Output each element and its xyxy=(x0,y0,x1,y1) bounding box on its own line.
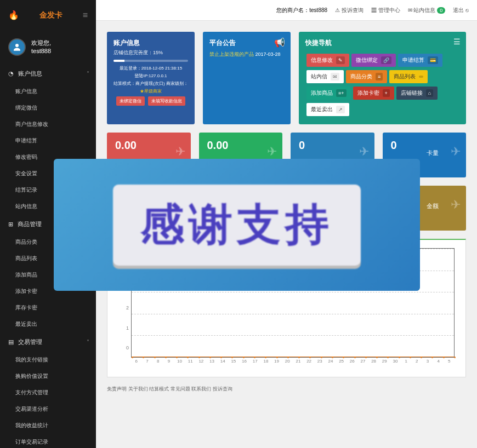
footer-links: 免责声明 关于我们 结算模式 常见问题 联系我们 投诉查询 xyxy=(107,386,466,393)
x-tick: 9 xyxy=(163,359,174,369)
x-tick: 1 xyxy=(401,359,412,369)
footer-link[interactable]: 投诉查询 xyxy=(213,386,232,392)
nav-item[interactable]: 申请结算 xyxy=(0,133,96,149)
quick-icon: ✉ xyxy=(331,73,339,81)
welcome-text: 欢迎您, xyxy=(31,39,51,47)
announce-item[interactable]: 禁止上架违规的产品 2017-03-28 xyxy=(209,51,284,58)
nav-item[interactable]: 支付方式管理 xyxy=(0,384,96,401)
fill-payment-btn[interactable]: 未填写收款信息 xyxy=(148,96,185,106)
nav-section[interactable]: ◔账户信息˅ xyxy=(0,64,96,83)
last-login: 最近登录：2018-12-05 21:38:15 xyxy=(113,65,188,71)
nav-item[interactable]: 绑定微信 xyxy=(0,100,96,116)
complaint-link[interactable]: ⚠ 投诉查询 xyxy=(335,7,364,14)
nav-item[interactable]: 最近卖出 xyxy=(0,316,96,332)
chevron-icon: ˅ xyxy=(87,71,89,77)
quick-btn[interactable]: 申请结算💳 xyxy=(398,54,442,67)
grid-icon: ⊞ xyxy=(8,221,13,228)
footer-link[interactable]: 联系我们 xyxy=(191,386,211,392)
nav-section[interactable]: ▤交易管理˅ xyxy=(0,332,96,352)
announce-title: 平台公告 xyxy=(209,38,284,48)
plane-icon: ✈ xyxy=(451,145,461,159)
merchant-level: ★星级商家 xyxy=(113,88,188,94)
merchant-label: 您的商户名：test888 xyxy=(276,7,327,14)
nav-item[interactable]: 交易渠道分析 xyxy=(0,401,96,417)
nav-item[interactable]: 订单交易记录 xyxy=(0,434,96,448)
x-tick: 5 xyxy=(444,359,455,369)
quick-icon: ≡ xyxy=(376,73,383,81)
overlay-banner: 感谢支持 xyxy=(54,159,420,291)
quick-btn[interactable]: 商品列表 xyxy=(389,70,428,83)
x-tick: 24 xyxy=(325,359,336,369)
footer-link[interactable]: 常见问题 xyxy=(171,386,190,392)
quick-icon: ↗ xyxy=(336,106,345,113)
stat-value: 0 xyxy=(391,139,458,152)
stat-value: 0 xyxy=(299,139,366,152)
speaker-icon: 📢 xyxy=(274,37,285,48)
x-tick: 30 xyxy=(390,359,401,369)
nav-item[interactable]: 我的收益统计 xyxy=(0,417,96,434)
x-tick: 4 xyxy=(433,359,444,369)
quick-btn[interactable]: 微信绑定🔗 xyxy=(351,54,396,67)
nav-item[interactable]: 我的支付链接 xyxy=(0,352,96,368)
x-tick: 13 xyxy=(207,359,218,369)
quicknav-title: 快捷导航 xyxy=(305,38,459,48)
user-block: 欢迎您, test888 xyxy=(0,30,96,64)
admin-link[interactable]: ☰ 管理中心 xyxy=(371,7,400,14)
plane-icon: ✈ xyxy=(267,145,277,159)
quick-icon xyxy=(419,76,423,78)
login-ip: 登陆IP:127.0.0.1 xyxy=(113,73,188,79)
x-tick: 28 xyxy=(368,359,379,369)
x-tick: 27 xyxy=(357,359,368,369)
flame-icon: 🔥 xyxy=(8,10,19,20)
x-tick: 3 xyxy=(422,359,433,369)
quick-icon: ✎ xyxy=(336,56,345,64)
progress-bar xyxy=(113,60,188,62)
plane-icon: ✈ xyxy=(175,145,185,159)
y-tick: 0 xyxy=(126,345,129,351)
quick-icon: + xyxy=(383,89,390,97)
quick-icon: ≡+ xyxy=(336,89,347,97)
quick-btn[interactable]: 站内信✉ xyxy=(306,70,344,83)
list-icon: ☰ xyxy=(453,37,461,46)
stat-label: 卡量 xyxy=(427,149,439,157)
quicknav-card: ☰ 快捷导航 信息修改✎微信绑定🔗申请结算💳站内信✉商品分类≡商品列表添加商品≡… xyxy=(299,32,466,124)
svg-point-0 xyxy=(15,44,19,47)
stat-value: 0.00 xyxy=(207,139,275,152)
quick-btn[interactable]: 信息修改✎ xyxy=(306,54,349,67)
x-tick: 23 xyxy=(314,359,325,369)
footer-link[interactable]: 结算模式 xyxy=(149,386,169,392)
x-tick: 21 xyxy=(293,359,304,369)
x-tick: 11 xyxy=(185,359,196,369)
x-tick: 18 xyxy=(260,359,271,369)
nav-item[interactable]: 账户信息 xyxy=(0,83,96,100)
stat-value: 0.00 xyxy=(115,139,183,152)
quick-btn[interactable]: 添加商品≡+ xyxy=(306,87,351,100)
footer-link[interactable]: 关于我们 xyxy=(128,386,148,392)
plane-icon: ✈ xyxy=(359,145,369,159)
user-name: test888 xyxy=(31,47,51,55)
x-tick: 8 xyxy=(152,359,163,369)
x-tick: 25 xyxy=(336,359,347,369)
quick-btn[interactable]: 最近卖出↗ xyxy=(306,103,349,116)
avatar[interactable] xyxy=(8,38,26,56)
nav-item[interactable]: 换购价值设置 xyxy=(0,368,96,384)
x-tick: 17 xyxy=(249,359,260,369)
site-msg-link[interactable]: ✉ 站内信息 0 xyxy=(408,7,446,14)
menu-toggle-icon[interactable]: ≡ xyxy=(83,10,88,20)
logout-link[interactable]: 退出 ⎋ xyxy=(453,7,469,14)
quick-btn[interactable]: 添加卡密+ xyxy=(353,87,394,100)
dash-icon: ◔ xyxy=(8,70,14,77)
x-tick: 29 xyxy=(379,359,390,369)
announcement-card: 📢 平台公告 禁止上架违规的产品 2017-03-28 xyxy=(203,32,291,124)
nav-item[interactable]: 商户信息修改 xyxy=(0,116,96,133)
bind-weixin-btn[interactable]: 未绑定微信 xyxy=(116,96,145,106)
footer-link[interactable]: 免责声明 xyxy=(107,386,127,392)
x-tick: 19 xyxy=(271,359,282,369)
msg-badge: 0 xyxy=(437,7,445,14)
quick-btn[interactable]: 商品分类≡ xyxy=(346,70,387,83)
x-tick: 15 xyxy=(228,359,239,369)
nav-item[interactable]: 库存卡密 xyxy=(0,300,96,316)
chevron-icon: ˅ xyxy=(87,339,89,345)
quick-btn[interactable]: 店铺链接⌂ xyxy=(396,87,438,100)
settle-mode: 结算模式：商户提现(次日) 商家级别： xyxy=(113,81,188,87)
